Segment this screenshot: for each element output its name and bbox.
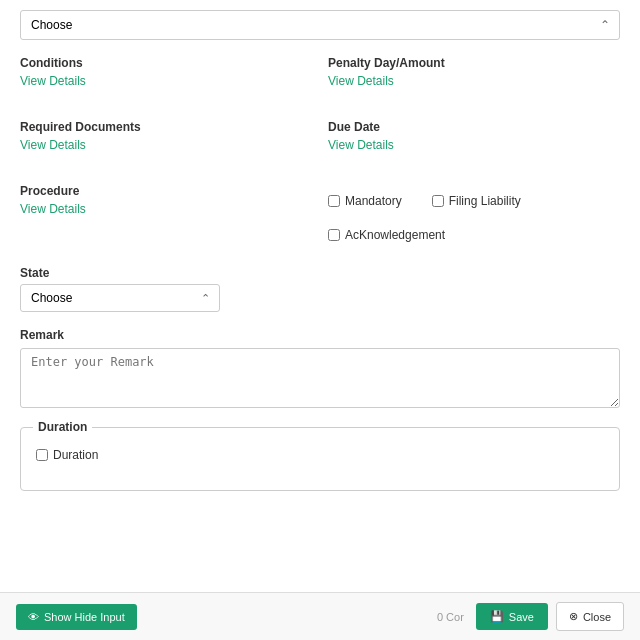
close-icon: ⊗	[569, 610, 578, 623]
save-icon: 💾	[490, 610, 504, 623]
close-label: Close	[583, 611, 611, 623]
acknowledgement-label: AcKnowledgement	[345, 228, 445, 242]
filing-liability-label: Filing Liability	[449, 194, 521, 208]
show-hide-icon: 👁	[28, 611, 39, 623]
required-docs-view-details[interactable]: View Details	[20, 138, 86, 152]
save-label: Save	[509, 611, 534, 623]
remark-label: Remark	[20, 328, 620, 342]
close-button[interactable]: ⊗ Close	[556, 602, 624, 631]
show-hide-label: Show Hide Input	[44, 611, 125, 623]
footer-right-buttons: 💾 Save ⊗ Close	[476, 602, 624, 631]
filing-liability-checkbox[interactable]	[432, 195, 444, 207]
cor-text: 0 Cor	[437, 611, 464, 623]
top-dropdown[interactable]: Choose	[20, 10, 620, 40]
docs-duedate-row: Required Documents View Details Due Date…	[20, 120, 620, 168]
penalty-label: Penalty Day/Amount	[328, 56, 620, 70]
state-label: State	[20, 266, 620, 280]
main-content: Choose ⌃ Conditions View Details Penalty…	[0, 0, 640, 592]
save-button[interactable]: 💾 Save	[476, 603, 548, 630]
required-docs-label: Required Documents	[20, 120, 312, 134]
footer-bar: 👁 Show Hide Input 0 Cor 💾 Save ⊗ Close	[0, 592, 640, 640]
conditions-label: Conditions	[20, 56, 312, 70]
duration-checkbox-row: Duration	[36, 448, 604, 462]
filing-liability-checkbox-row: Filing Liability	[432, 194, 521, 208]
conditions-penalty-row: Conditions View Details Penalty Day/Amou…	[20, 56, 620, 104]
mandatory-checkbox-row: Mandatory	[328, 194, 402, 208]
state-section: State Choose ⌃	[20, 266, 620, 312]
state-select-wrapper: Choose ⌃	[20, 284, 220, 312]
penalty-view-details[interactable]: View Details	[328, 74, 394, 88]
procedure-checkboxes-row: Procedure View Details Mandatory Filing …	[20, 184, 620, 250]
procedure-label: Procedure	[20, 184, 312, 198]
required-docs-section: Required Documents View Details	[20, 120, 312, 152]
show-hide-input-button[interactable]: 👁 Show Hide Input	[16, 604, 137, 630]
mandatory-checkbox[interactable]	[328, 195, 340, 207]
remark-section: Remark	[20, 328, 620, 411]
acknowledgement-checkbox-row: AcKnowledgement	[328, 228, 620, 242]
duration-checkbox[interactable]	[36, 449, 48, 461]
due-date-view-details[interactable]: View Details	[328, 138, 394, 152]
remark-textarea[interactable]	[20, 348, 620, 408]
duration-legend: Duration	[33, 420, 92, 434]
acknowledgement-checkbox[interactable]	[328, 229, 340, 241]
penalty-section: Penalty Day/Amount View Details	[328, 56, 620, 88]
conditions-section: Conditions View Details	[20, 56, 312, 88]
right-checkboxes-section: Mandatory Filing Liability AcKnowledgeme…	[328, 184, 620, 250]
state-dropdown[interactable]: Choose	[20, 284, 220, 312]
procedure-section: Procedure View Details	[20, 184, 312, 234]
mandatory-label: Mandatory	[345, 194, 402, 208]
inline-checkboxes: Mandatory Filing Liability	[328, 194, 620, 216]
footer-right-area: 0 Cor 💾 Save ⊗ Close	[437, 602, 624, 631]
due-date-section: Due Date View Details	[328, 120, 620, 152]
duration-checkbox-label: Duration	[53, 448, 98, 462]
duration-section: Duration Duration	[20, 427, 620, 491]
procedure-view-details[interactable]: View Details	[20, 202, 86, 216]
due-date-label: Due Date	[328, 120, 620, 134]
conditions-view-details[interactable]: View Details	[20, 74, 86, 88]
top-select-wrapper: Choose ⌃	[20, 10, 620, 40]
